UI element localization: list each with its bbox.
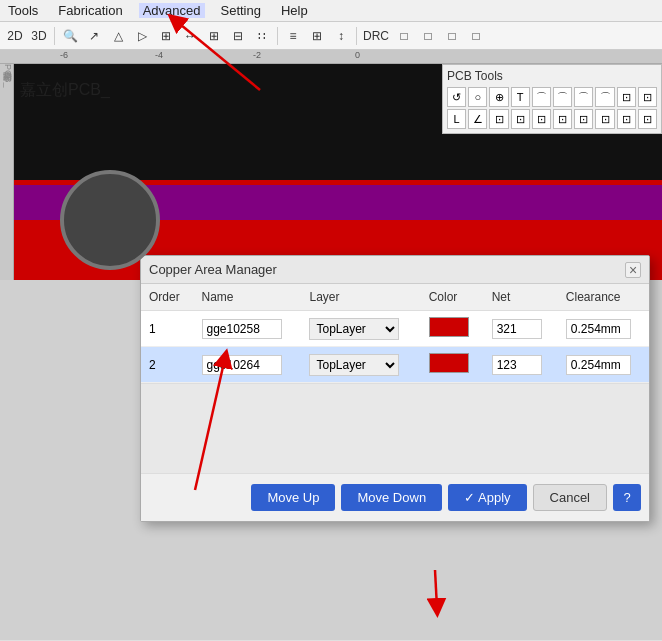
toolbar-btn-11[interactable]: ⊞ (306, 25, 328, 47)
col-layer: Layer (301, 284, 420, 311)
toolbar-btn-16[interactable]: □ (465, 25, 487, 47)
pcb-tool-sq5[interactable]: ⊡ (574, 109, 593, 129)
toolbar-drc[interactable]: DRC (361, 25, 391, 47)
toolbar-btn-7[interactable]: ⊞ (203, 25, 225, 47)
ruler-mark-2: -4 (155, 50, 163, 60)
row1-color[interactable] (421, 311, 484, 347)
row1-clearance-input[interactable] (566, 319, 631, 339)
pcb-tool-misc2[interactable]: ⊡ (638, 87, 657, 107)
pcb-tool-sq8[interactable]: ⊡ (638, 109, 657, 129)
cancel-button[interactable]: Cancel (533, 484, 607, 511)
dialog-empty-area (141, 383, 649, 473)
toolbar-btn-14[interactable]: □ (417, 25, 439, 47)
pcb-tools-title: PCB Tools (447, 69, 657, 83)
pcb-tool-sq4[interactable]: ⊡ (553, 109, 572, 129)
row2-layer[interactable]: TopLayer (301, 347, 420, 383)
row1-color-swatch[interactable] (429, 317, 469, 337)
menubar: Tools Fabrication Advanced Setting Help (0, 0, 662, 22)
pcb-tool-line[interactable]: L (447, 109, 466, 129)
dialog-titlebar: Copper Area Manager × (141, 256, 649, 284)
pcb-tool-arc2[interactable]: ⌒ (553, 87, 572, 107)
toolbar-btn-6[interactable]: ↔ (179, 25, 201, 47)
pcb-tool-text[interactable]: T (511, 87, 530, 107)
pcb-tool-arc3[interactable]: ⌒ (574, 87, 593, 107)
row2-color[interactable] (421, 347, 484, 383)
row2-name-input[interactable] (202, 355, 282, 375)
pcb-tool-rotate[interactable]: ↺ (447, 87, 466, 107)
pcb-tools-row-1: ↺ ○ ⊕ T ⌒ ⌒ ⌒ ⌒ ⊡ ⊡ (447, 87, 657, 107)
row2-clearance-input[interactable] (566, 355, 631, 375)
pcb-tool-sq2[interactable]: ⊡ (511, 109, 530, 129)
table-row[interactable]: 2 TopLayer (141, 347, 649, 383)
toolbar-separator-1 (54, 27, 55, 45)
toolbar-btn-12[interactable]: ↕ (330, 25, 352, 47)
pcb-tool-circle[interactable]: ○ (468, 87, 487, 107)
dialog-close-button[interactable]: × (625, 262, 641, 278)
left-label: 启动路由PCB_ (0, 64, 14, 88)
dialog-footer: Move Up Move Down ✓ Apply Cancel ? (141, 473, 649, 521)
row2-order: 2 (141, 347, 194, 383)
toolbar: 2D 3D 🔍 ↗ △ ▷ ⊞ ↔ ⊞ ⊟ ∷ ≡ ⊞ ↕ DRC □ □ □ … (0, 22, 662, 50)
pcb-tool-sq3[interactable]: ⊡ (532, 109, 551, 129)
row1-name-input[interactable] (202, 319, 282, 339)
pcb-tool-sq6[interactable]: ⊡ (595, 109, 614, 129)
pcb-tool-angle[interactable]: ∠ (468, 109, 487, 129)
row2-color-swatch[interactable] (429, 353, 469, 373)
row1-layer[interactable]: TopLayer (301, 311, 420, 347)
help-button[interactable]: ? (613, 484, 641, 511)
menu-advanced[interactable]: Advanced (139, 3, 205, 18)
row1-net-input[interactable] (492, 319, 542, 339)
row2-net[interactable] (484, 347, 558, 383)
pcb-tool-arc1[interactable]: ⌒ (532, 87, 551, 107)
row2-layer-select[interactable]: TopLayer (309, 354, 399, 376)
toolbar-btn-4[interactable]: ▷ (131, 25, 153, 47)
pcb-tool-sq1[interactable]: ⊡ (489, 109, 508, 129)
pcb-tool-arc4[interactable]: ⌒ (595, 87, 614, 107)
col-clearance: Clearance (558, 284, 649, 311)
ruler-mark-4: 0 (355, 50, 360, 60)
row1-layer-select[interactable]: TopLayer (309, 318, 399, 340)
copper-area-manager-dialog: Copper Area Manager × Order Name Layer C… (140, 255, 650, 522)
toolbar-3d[interactable]: 3D (28, 25, 50, 47)
toolbar-btn-2[interactable]: ↗ (83, 25, 105, 47)
move-down-button[interactable]: Move Down (341, 484, 442, 511)
row1-name[interactable] (194, 311, 302, 347)
move-up-button[interactable]: Move Up (251, 484, 335, 511)
row2-name[interactable] (194, 347, 302, 383)
pcb-circle (60, 170, 160, 270)
row1-clearance[interactable] (558, 311, 649, 347)
pcb-tools-row-2: L ∠ ⊡ ⊡ ⊡ ⊡ ⊡ ⊡ ⊡ ⊡ (447, 109, 657, 129)
col-name: Name (194, 284, 302, 311)
pcb-tool-sq7[interactable]: ⊡ (617, 109, 636, 129)
menu-tools[interactable]: Tools (4, 3, 42, 18)
ruler-top: -6 -4 -2 0 (0, 50, 662, 64)
table-row[interactable]: 1 TopLayer (141, 311, 649, 347)
menu-setting[interactable]: Setting (217, 3, 265, 18)
toolbar-btn-10[interactable]: ≡ (282, 25, 304, 47)
menu-help[interactable]: Help (277, 3, 312, 18)
ruler-mark-3: -2 (253, 50, 261, 60)
apply-button[interactable]: ✓ Apply (448, 484, 526, 511)
toolbar-btn-8[interactable]: ⊟ (227, 25, 249, 47)
toolbar-btn-13[interactable]: □ (393, 25, 415, 47)
toolbar-btn-15[interactable]: □ (441, 25, 463, 47)
toolbar-separator-3 (356, 27, 357, 45)
pcb-tool-misc1[interactable]: ⊡ (617, 87, 636, 107)
col-net: Net (484, 284, 558, 311)
toolbar-btn-5[interactable]: ⊞ (155, 25, 177, 47)
pcb-tool-plus[interactable]: ⊕ (489, 87, 508, 107)
ruler-mark-1: -6 (60, 50, 68, 60)
canvas-area[interactable]: -6 -4 -2 0 PCB Tools ↺ ○ ⊕ T ⌒ ⌒ ⌒ ⌒ ⊡ ⊡… (0, 50, 662, 280)
col-color: Color (421, 284, 484, 311)
toolbar-btn-9[interactable]: ∷ (251, 25, 273, 47)
menu-fabrication[interactable]: Fabrication (54, 3, 126, 18)
toolbar-separator-2 (277, 27, 278, 45)
row1-order: 1 (141, 311, 194, 347)
toolbar-btn-1[interactable]: 🔍 (59, 25, 81, 47)
pcb-tools-panel: PCB Tools ↺ ○ ⊕ T ⌒ ⌒ ⌒ ⌒ ⊡ ⊡ L ∠ ⊡ ⊡ ⊡ … (442, 64, 662, 134)
toolbar-btn-3[interactable]: △ (107, 25, 129, 47)
row1-net[interactable] (484, 311, 558, 347)
row2-clearance[interactable] (558, 347, 649, 383)
toolbar-2d[interactable]: 2D (4, 25, 26, 47)
row2-net-input[interactable] (492, 355, 542, 375)
